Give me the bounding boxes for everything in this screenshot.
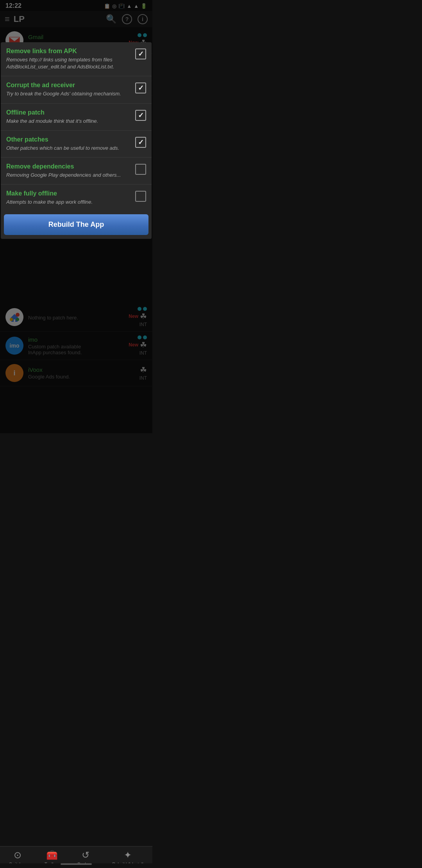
patch-title-fully-offline: Make fully offline [6, 190, 131, 197]
patch-text-other-patches: Other patches Other patches which can be… [6, 136, 135, 152]
patch-desc-offline-patch: Make the ad module think that it's offli… [6, 118, 131, 125]
patch-checkbox-offline-patch[interactable] [135, 110, 146, 121]
patch-checkbox-other-patches[interactable] [135, 137, 146, 148]
patch-modal: Remove links from APK Removes http:// li… [1, 42, 152, 239]
patch-desc-corrupt-ad: Try to break the Google Ads' obtaining m… [6, 90, 131, 97]
patch-desc-other-patches: Other patches which can be useful to rem… [6, 145, 131, 152]
patch-desc-remove-deps: Removing Google Play dependencies and ot… [6, 172, 131, 179]
patch-text-remove-deps: Remove dependencies Removing Google Play… [6, 163, 135, 179]
patch-text-corrupt-ad: Corrupt the ad receiver Try to break the… [6, 82, 135, 97]
patch-desc-remove-links: Removes http:// links using templates fr… [6, 56, 131, 70]
patch-title-offline-patch: Offline patch [6, 109, 131, 116]
patch-text-remove-links: Remove links from APK Removes http:// li… [6, 48, 135, 70]
patch-item-other-patches[interactable]: Other patches Other patches which can be… [1, 131, 152, 158]
patch-item-remove-deps[interactable]: Remove dependencies Removing Google Play… [1, 158, 152, 185]
patch-desc-fully-offline: Attempts to make the app work offline. [6, 199, 131, 206]
patch-checkbox-remove-deps[interactable] [135, 164, 146, 175]
patch-title-remove-links: Remove links from APK [6, 48, 131, 55]
patch-item-remove-links[interactable]: Remove links from APK Removes http:// li… [1, 42, 152, 76]
patch-item-corrupt-ad[interactable]: Corrupt the ad receiver Try to break the… [1, 76, 152, 103]
patch-checkbox-corrupt-ad[interactable] [135, 82, 146, 93]
patch-item-offline-patch[interactable]: Offline patch Make the ad module think t… [1, 104, 152, 131]
rebuild-button[interactable]: Rebuild The App [4, 214, 148, 235]
patch-title-corrupt-ad: Corrupt the ad receiver [6, 82, 131, 89]
patch-text-offline-patch: Offline patch Make the ad module think t… [6, 109, 135, 125]
patch-checkbox-fully-offline[interactable] [135, 191, 146, 202]
patch-checkbox-remove-links[interactable] [135, 48, 146, 59]
patch-item-fully-offline[interactable]: Make fully offline Attempts to make the … [1, 185, 152, 211]
patch-text-fully-offline: Make fully offline Attempts to make the … [6, 190, 135, 206]
patch-title-remove-deps: Remove dependencies [6, 163, 131, 170]
patch-title-other-patches: Other patches [6, 136, 131, 143]
